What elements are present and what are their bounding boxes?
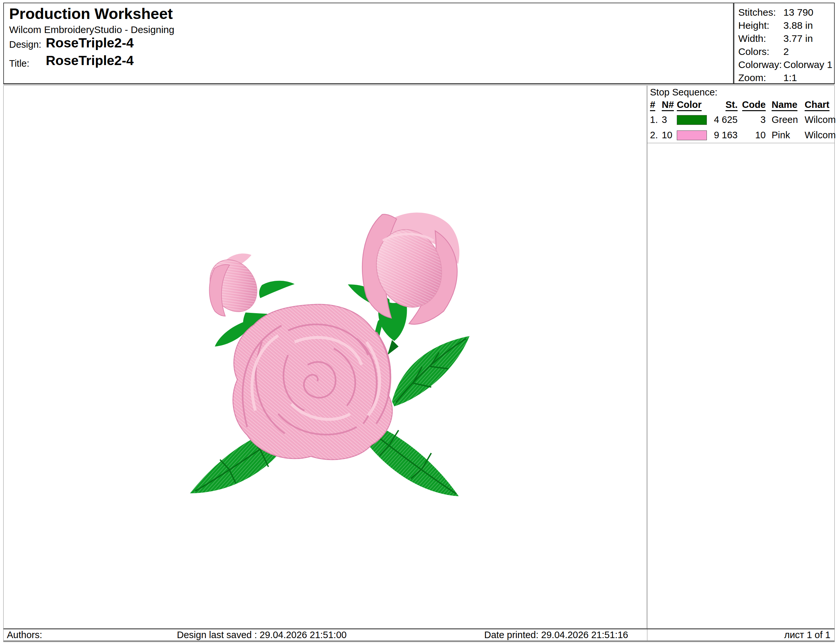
design-last-saved: Design last saved : 29.04.2026 21:51:00	[177, 629, 346, 641]
stat-height-value: 3.88 in	[783, 20, 813, 31]
thread-color-swatch	[677, 115, 707, 125]
stat-zoom-value: 1:1	[783, 72, 797, 83]
col-color: Color	[677, 100, 702, 111]
table-header-row: # N# Color St. Code Name Chart	[650, 98, 832, 112]
col-stitches: St.	[725, 100, 738, 111]
stat-width: Width:3.77 in	[738, 32, 834, 45]
stat-height: Height:3.88 in	[738, 19, 834, 32]
app-subtitle: Wilcom EmbroideryStudio - Designing	[9, 24, 174, 35]
sheet-number: лист 1 of 1	[784, 629, 830, 641]
header-panel: Production Worksheet Wilcom EmbroiderySt…	[3, 3, 734, 84]
col-name: Name	[771, 100, 798, 111]
stat-colorway: Colorway:Colorway 1	[738, 58, 834, 71]
table-row: 2. 10 9 163 10 Pink Wilcom	[650, 128, 832, 143]
thread-color-swatch	[677, 130, 707, 140]
stat-width-value: 3.77 in	[783, 33, 813, 44]
stop-sequence-title: Stop Sequence:	[650, 87, 834, 98]
footer-bar: Authors: Design last saved : 29.04.2026 …	[3, 629, 835, 642]
col-number: #	[650, 100, 655, 111]
footer-divider	[647, 629, 647, 641]
title-field-label: Title:	[9, 58, 30, 69]
center-rose	[233, 304, 392, 460]
col-code: Code	[742, 100, 766, 111]
stat-zoom: Zoom:1:1	[738, 71, 834, 84]
rosebud-sepal-spike	[387, 340, 399, 355]
embroidery-rose-design	[180, 202, 474, 505]
stat-colors-value: 2	[783, 46, 789, 57]
authors-label: Authors:	[7, 629, 42, 641]
col-chart: Chart	[805, 100, 829, 111]
design-field-value: RoseTriple2-4	[46, 35, 134, 51]
date-printed: Date printed: 29.04.2026 21:51:16	[484, 629, 628, 641]
col-needle: N#	[662, 100, 674, 111]
stop-sequence-table: # N# Color St. Code Name Chart 1. 3 4 62…	[650, 98, 832, 143]
stats-list: Stitches:13 790 Height:3.88 in Width:3.7…	[734, 3, 834, 84]
stop-sequence-panel: Stop Sequence: # N# Color St. Code Name …	[647, 85, 835, 143]
table-row: 1. 3 4 625 3 Green Wilcom	[650, 112, 832, 128]
production-worksheet-page: { "header": { "title": "Production Works…	[0, 0, 837, 644]
stat-colorway-value: Colorway 1	[783, 59, 832, 70]
stat-colors: Colors:2	[738, 45, 834, 58]
small-bud-leaf-right	[259, 281, 295, 298]
stat-stitches-value: 13 790	[783, 7, 814, 18]
page-title: Production Worksheet	[9, 5, 173, 23]
design-field-label: Design:	[9, 39, 41, 50]
title-field-value: RoseTriple2-4	[46, 53, 134, 68]
design-stats-panel: Stitches:13 790 Height:3.88 in Width:3.7…	[734, 3, 835, 84]
stat-stitches: Stitches:13 790	[738, 6, 834, 19]
design-canvas	[3, 85, 647, 629]
right-empty-panel	[647, 143, 835, 629]
